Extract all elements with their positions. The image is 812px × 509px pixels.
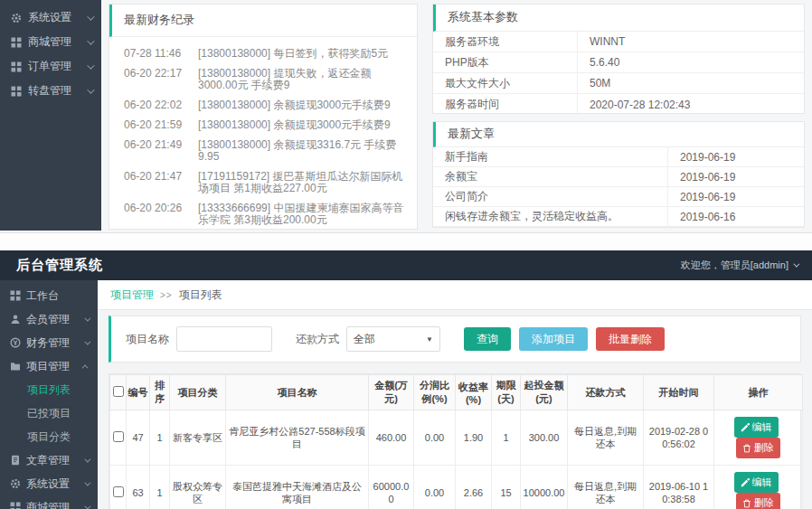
list-item: 06-20 20:26[13333666699] 中国援建柬埔寨国家高等音乐学院… xyxy=(124,203,404,226)
edit-button[interactable]: 编辑 xyxy=(734,472,779,493)
column-header: 项目分类 xyxy=(170,375,226,410)
column-header: 分润比例(%) xyxy=(414,375,456,410)
cell-id: 63 xyxy=(127,466,150,509)
list-item: 新手指南2019-06-19 xyxy=(433,147,804,167)
column-header: 项目名称 xyxy=(226,375,369,410)
finance-records-card: 最新财务纪录 07-28 11:46[13800138000] 每日签到，获得奖… xyxy=(109,4,418,230)
chevron-down-icon xyxy=(84,479,90,485)
record-text: [13800138000] 提现失败，返还金额3000.00元 手续费9 xyxy=(198,68,404,91)
article-title[interactable]: 闲钱存进余额宝，灵活稳定收益高。 xyxy=(433,207,668,226)
record-text: [17191159172] 援巴基斯坦瓜达尔新国际机场项目 第1期收益227.0… xyxy=(198,171,404,194)
bottom-sidebar: 工作台 会员管理 财务管理 项目管理 项目列表 已投项目 项目分类 xyxy=(0,280,98,509)
card-title: 系统基本参数 xyxy=(433,5,804,32)
list-item: 06-20 21:47[17191159172] 援巴基斯坦瓜达尔新国际机场项目… xyxy=(124,171,404,194)
select-caret-icon: ▼ xyxy=(426,335,433,344)
app-title: 后台管理系统 xyxy=(16,257,103,274)
param-label: 最大文件大小 xyxy=(433,73,578,93)
cell-term-days: 15 xyxy=(492,466,521,509)
sidebar-item-members[interactable]: 会员管理 xyxy=(0,307,98,331)
sidebar-item-articles[interactable]: 文章管理 xyxy=(0,448,98,472)
record-time: 06-20 22:17 xyxy=(124,68,187,91)
row-checkbox[interactable] xyxy=(113,431,124,442)
article-date: 2019-06-19 xyxy=(668,151,804,164)
cell-sort: 1 xyxy=(150,410,170,466)
chevron-down-icon xyxy=(87,13,94,20)
list-item: 06-20 21:59[13800138000] 余额提现3000元手续费9 xyxy=(124,119,404,131)
sidebar-item-workbench[interactable]: 工作台 xyxy=(0,284,98,307)
grid-icon xyxy=(11,86,22,97)
cell-start-time: 2019-06-10 10:38:58 xyxy=(644,466,714,509)
welcome-text: 欢迎您，管理员[addmin] xyxy=(681,259,788,272)
sidebar-item-mall[interactable]: 商城管理 xyxy=(0,495,98,509)
sidebar-item-finance[interactable]: 财务管理 xyxy=(0,331,98,354)
sidebar-item-project-list[interactable]: 项目列表 xyxy=(0,378,98,401)
edit-button[interactable]: 编辑 xyxy=(734,417,779,438)
column-header: 开始时间 xyxy=(644,375,714,410)
sidebar-item-projects[interactable]: 项目管理 xyxy=(0,354,98,378)
repay-method-select[interactable]: 全部 ▼ xyxy=(346,326,440,352)
breadcrumb-parent-link[interactable]: 项目管理 xyxy=(110,287,154,303)
record-text: [13800138000] 余额提现3000元手续费9 xyxy=(198,99,404,111)
record-time: 06-20 22:02 xyxy=(124,99,187,111)
cell-start-time: 2019-02-28 00:56:02 xyxy=(644,410,714,466)
table-row: 服务器环境WINNT xyxy=(433,32,804,52)
repay-method-value: 全部 xyxy=(354,332,375,347)
article-title[interactable]: 余额宝 xyxy=(433,167,668,186)
column-header: 操作 xyxy=(714,375,803,410)
gear-icon xyxy=(11,13,22,24)
repay-method-label: 还款方式 xyxy=(296,332,339,347)
cell-term-days: 1 xyxy=(492,410,521,466)
search-button[interactable]: 查询 xyxy=(464,327,511,351)
select-all-checkbox[interactable] xyxy=(113,386,124,397)
sidebar-item-label: 会员管理 xyxy=(26,312,84,327)
sidebar-item-wheel-management[interactable]: 转盘管理 xyxy=(0,79,101,103)
list-item: 公司简介2019-06-19 xyxy=(433,187,804,207)
card-title: 最新财务纪录 xyxy=(109,5,417,37)
list-item: 06-20 22:02[13800138000] 余额提现3000元手续费9 xyxy=(124,99,404,111)
table-row: PHP版本5.6.40 xyxy=(433,52,804,73)
cell-share-ratio: 0.00 xyxy=(414,466,456,509)
column-header: 还款方式 xyxy=(568,375,644,410)
system-params-card: 系统基本参数 服务器环境WINNT PHP版本5.6.40 最大文件大小50M … xyxy=(432,4,805,114)
list-item: 06-20 21:49[13800138000] 余额提现3316.7元 手续费… xyxy=(124,139,404,163)
sidebar-item-project-categories[interactable]: 项目分类 xyxy=(0,425,98,448)
sidebar-item-invested-projects[interactable]: 已投项目 xyxy=(0,401,98,425)
chevron-down-icon xyxy=(84,338,90,344)
article-title[interactable]: 公司简介 xyxy=(433,187,668,206)
cell-category: 股权众筹专区 xyxy=(170,466,226,509)
article-date: 2019-06-19 xyxy=(668,191,804,203)
row-checkbox[interactable] xyxy=(113,486,124,497)
cell-min-investment: 10000.00 xyxy=(521,466,568,509)
chevron-down-icon xyxy=(793,261,799,268)
cell-amount: 60000.00 xyxy=(369,466,414,509)
sidebar-item-system-settings[interactable]: 系统设置 xyxy=(0,472,98,495)
chevron-down-icon xyxy=(87,61,94,69)
record-time: 06-20 21:47 xyxy=(124,171,187,194)
add-project-button[interactable]: 添加项目 xyxy=(519,327,588,351)
grid-icon xyxy=(11,37,22,48)
delete-button[interactable]: 删除 xyxy=(736,438,780,458)
page: 系统设置 商城管理 订单管理 转盘管理 最新财务纪录 xyxy=(0,0,812,509)
param-value: 50M xyxy=(578,77,804,90)
sidebar-item-mall-management[interactable]: 商城管理 xyxy=(0,30,101,54)
cell-share-ratio: 0.00 xyxy=(414,410,456,466)
batch-delete-button[interactable]: 批量删除 xyxy=(596,327,665,351)
delete-button[interactable]: 删除 xyxy=(736,493,780,509)
column-header: 收益率(%) xyxy=(456,375,492,410)
project-name-input[interactable] xyxy=(176,326,272,352)
chevron-down-icon xyxy=(84,315,90,321)
chevron-down-icon xyxy=(87,37,94,44)
pencil-icon xyxy=(741,423,750,432)
sidebar-item-label: 项目管理 xyxy=(26,359,84,374)
user-menu[interactable]: 欢迎您，管理员[addmin] xyxy=(681,259,798,272)
list-item: 余额宝2019-06-19 xyxy=(433,167,804,187)
coin-icon xyxy=(10,337,21,348)
cell-repay-method: 每日返息,到期还本 xyxy=(568,410,644,466)
card-title: 最新文章 xyxy=(433,122,804,147)
sidebar-item-label: 订单管理 xyxy=(28,59,87,74)
sidebar-item-label: 商城管理 xyxy=(26,500,84,509)
article-title[interactable]: 新手指南 xyxy=(433,147,668,166)
sidebar-item-order-management[interactable]: 订单管理 xyxy=(0,54,101,79)
sidebar-item-system-settings[interactable]: 系统设置 xyxy=(0,5,101,30)
column-header: 金额(万元) xyxy=(369,375,414,410)
